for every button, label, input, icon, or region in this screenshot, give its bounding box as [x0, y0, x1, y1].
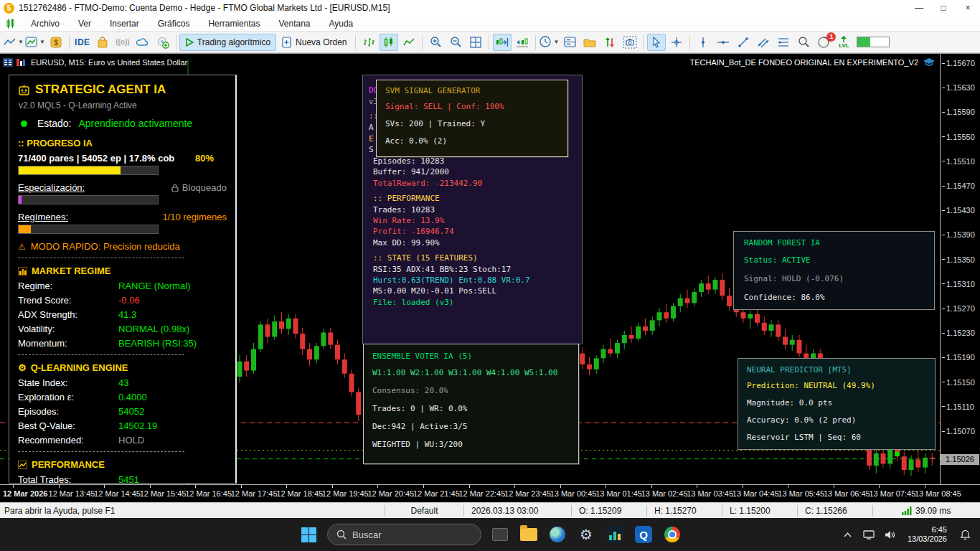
menu-ventana[interactable]: Ventana: [269, 16, 319, 31]
divider: [18, 354, 184, 355]
menubar: Archivo Ver Insertar Gráficos Herramient…: [0, 16, 980, 32]
panel-line: :: STATE (15 FEATURES): [373, 253, 578, 263]
svg-text:$: $: [54, 38, 58, 47]
indicators-dropdown[interactable]: ▼: [25, 34, 45, 51]
bar-chart-mode-icon[interactable]: [359, 34, 378, 51]
panel-line: Max DD: 99.90%: [373, 237, 578, 248]
volume-icon[interactable]: [880, 520, 900, 549]
taskbar-clock[interactable]: 6:45 13/03/2026: [902, 525, 953, 544]
notification-bell-icon[interactable]: [954, 520, 976, 549]
vertical-line-tool-icon[interactable]: [694, 34, 712, 51]
symbol-label: EURUSD, M15: Euro vs United States Dolla…: [31, 58, 187, 67]
menu-archivo[interactable]: Archivo: [22, 16, 69, 31]
menu-ver[interactable]: Ver: [69, 16, 100, 31]
menu-ayuda[interactable]: Ayuda: [319, 16, 362, 31]
panel-line: :: PERFORMANCE: [373, 193, 578, 204]
market-bag-icon[interactable]: [93, 34, 112, 51]
cast-display-icon[interactable]: [859, 520, 879, 549]
time-axis-label: 12 Mar 19:45: [322, 489, 369, 498]
panel-line: Trades: 0 | WR: 0.0%: [372, 400, 570, 418]
q-app-icon[interactable]: Q: [629, 520, 658, 549]
depth-of-market-icon[interactable]: [560, 34, 579, 51]
connection-bars-icon: [902, 507, 912, 515]
trendline-tool-icon[interactable]: [734, 34, 753, 51]
search-symbols-icon[interactable]: [794, 34, 813, 51]
tray-chevron-icon[interactable]: [839, 520, 857, 549]
profile-selector[interactable]: Default: [385, 505, 463, 517]
stat-value: 43: [118, 377, 128, 388]
algo-trading-button[interactable]: Trading algorítmico: [179, 34, 276, 51]
buy-sell-arrows-icon[interactable]: [600, 34, 619, 51]
price-axis-label: 1.15190: [942, 353, 979, 362]
stat-label: Volatility:: [18, 324, 118, 334]
panel-line: Consensus: 20.0%: [372, 382, 570, 400]
maximize-button[interactable]: □: [931, 0, 956, 16]
start-button[interactable]: [294, 520, 323, 549]
svm-panel: SVM SIGNAL GENERATOR Signal: SELL | Conf…: [376, 80, 568, 157]
time-axis[interactable]: 12 Mar 202612 Mar 13:4512 Mar 14:4512 Ma…: [0, 484, 980, 502]
tile-windows-icon[interactable]: [466, 34, 485, 51]
notifications-icon[interactable]: 1: [814, 34, 833, 51]
panel-line: Hurst:0.63(TREND) Ent:0.88 VR:0.7: [373, 275, 578, 286]
stat-label: Episodes:: [18, 406, 118, 417]
price-axis-label: 1.15550: [942, 133, 979, 141]
edge-icon[interactable]: [543, 520, 572, 549]
stat-label: ADX Strength:: [18, 309, 118, 320]
data-folder-icon[interactable]: [580, 34, 599, 51]
price-axis[interactable]: 1.156701.156301.155901.155501.155101.154…: [940, 54, 980, 484]
stat-row: Total Trades:5451: [18, 474, 227, 485]
auto-scroll-icon[interactable]: [513, 34, 532, 51]
cloud-icon[interactable]: [133, 34, 152, 51]
gear-icon: ⚙: [18, 362, 27, 373]
menu-insertar[interactable]: Insertar: [100, 16, 149, 31]
chart-type-dropdown[interactable]: ▼: [4, 34, 24, 51]
ping-value[interactable]: 39.09 ms: [915, 506, 951, 516]
horizontal-line-tool-icon[interactable]: [714, 34, 732, 51]
candle-mode-icon[interactable]: [380, 34, 398, 51]
graduation-cap-icon[interactable]: [923, 57, 936, 67]
mt5-taskbar-icon[interactable]: [600, 520, 629, 549]
time-axis-label: 12 Mar 21:45: [413, 489, 460, 498]
bar-low: L: 1.15200: [722, 505, 797, 517]
stat-value: 54052: [118, 406, 144, 417]
levels-icon[interactable]: LVL: [834, 34, 853, 51]
add-signal-icon[interactable]: [154, 34, 172, 51]
settings-gear-icon[interactable]: ⚙: [572, 520, 600, 549]
fibonacci-tool-icon[interactable]: [774, 34, 793, 51]
strategic-title: STRATEGIC AGENT IA: [35, 83, 166, 97]
bar-datetime: 2026.03.13 03:00: [463, 505, 571, 517]
neural-predictor-panel: NEURAL PREDICTOR [MT5] Prediction: NEUTR…: [738, 358, 936, 450]
shift-chart-icon[interactable]: [493, 34, 512, 51]
price-axis-label: 1.15350: [942, 255, 979, 264]
neural-predictor-title: NEURAL PREDICTOR [MT5]: [747, 365, 926, 375]
minimize-button[interactable]: —: [907, 0, 931, 16]
taskbar-app-window[interactable]: [486, 520, 514, 549]
cursor-tool-icon[interactable]: [647, 34, 666, 51]
stat-value: HOLD: [118, 435, 144, 446]
panel-line: Signal: HOLD (-0.076): [744, 270, 924, 288]
currency-icon[interactable]: $: [47, 34, 65, 51]
channel-tool-icon[interactable]: [754, 34, 773, 51]
menu-graficos[interactable]: Gráficos: [149, 16, 199, 31]
chrome-icon[interactable]: [658, 520, 687, 549]
performance-header: PERFORMANCE: [32, 459, 105, 470]
menu-herramientas[interactable]: Herramientas: [199, 16, 269, 31]
taskbar-search-input[interactable]: Buscar: [327, 524, 481, 545]
ide-button[interactable]: IDE: [73, 34, 92, 51]
progreso-header: :: PROGRESO IA: [18, 138, 227, 149]
screenshot-icon[interactable]: [621, 34, 639, 51]
close-button[interactable]: ×: [956, 0, 980, 16]
crosshair-tool-icon[interactable]: [667, 34, 686, 51]
line-mode-icon[interactable]: [400, 34, 418, 51]
panel-line: Win Rate: 13.9%: [373, 215, 578, 226]
zoom-in-icon[interactable]: [426, 34, 445, 51]
timeframes-dropdown[interactable]: ▼: [540, 34, 559, 51]
stat-row: State Index:43: [18, 377, 227, 388]
titlebar: 5 1512762486 - FTMO-Demo: Cuenta Demo - …: [0, 0, 980, 16]
time-axis-label: 13 Mar 07:45: [869, 489, 915, 498]
new-order-button[interactable]: Nueva Orden: [276, 34, 352, 51]
zoom-out-icon[interactable]: [446, 34, 465, 51]
signals-icon[interactable]: ((o)): [113, 34, 132, 51]
panel-line: Episodes: 10283: [373, 156, 578, 166]
file-explorer-icon[interactable]: [514, 520, 543, 549]
